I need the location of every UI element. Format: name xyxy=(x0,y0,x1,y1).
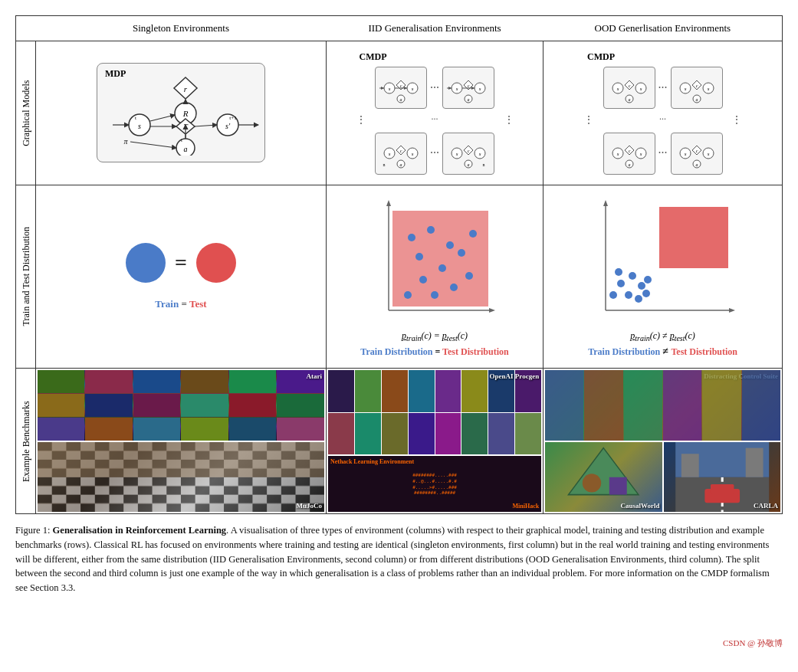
svg-text:c: c xyxy=(468,149,470,153)
svg-rect-143 xyxy=(711,484,734,493)
main-table: Singleton Environments IID Generalisatio… xyxy=(15,15,783,514)
train-circle xyxy=(126,243,166,283)
svg-point-104 xyxy=(446,241,454,249)
benchmark-causalworld: CausalWorld xyxy=(545,442,662,513)
svg-point-125 xyxy=(644,276,652,284)
svg-marker-134 xyxy=(569,447,639,494)
svg-text:R: R xyxy=(182,109,189,118)
caption-prefix: Figure 1: xyxy=(15,525,53,536)
svg-text:s: s xyxy=(684,86,686,92)
svg-text:s: s xyxy=(616,151,619,157)
svg-text:t+1: t+1 xyxy=(229,115,237,121)
svg-text:s: s xyxy=(138,122,141,130)
dots-sep-ood-1: ··· xyxy=(658,82,668,94)
test-circle xyxy=(196,243,236,283)
svg-point-108 xyxy=(419,276,427,284)
svg-marker-98 xyxy=(386,200,391,206)
row-label-distribution: Train and Test Distribution xyxy=(16,185,36,368)
singleton-dist-label: Train = Test xyxy=(155,298,206,310)
svg-text:c: c xyxy=(468,84,470,88)
svg-point-109 xyxy=(450,284,458,291)
hdots-mid: ··· xyxy=(432,114,438,127)
svg-point-122 xyxy=(638,282,645,290)
svg-point-107 xyxy=(458,249,465,257)
cmdp-ood-container: CMDP s c s xyxy=(583,51,742,175)
cell-ood-graphical: CMDP s c s xyxy=(543,41,783,185)
svg-text:r: r xyxy=(184,84,188,93)
svg-text:c: c xyxy=(400,149,402,153)
ood-dist-caption: Train Distribution ≠ Test Distribution xyxy=(588,346,737,358)
carla-label: CARLA xyxy=(754,502,778,510)
svg-rect-118 xyxy=(659,207,728,268)
cmdp-iid-label: CMDP xyxy=(360,51,387,63)
svg-text:c: c xyxy=(695,149,698,153)
train-text: Train xyxy=(155,298,179,310)
svg-line-16 xyxy=(150,115,175,121)
svg-marker-100 xyxy=(489,308,495,313)
svg-text:c: c xyxy=(628,84,630,88)
svg-text:n: n xyxy=(383,162,386,167)
svg-rect-140 xyxy=(681,454,698,477)
benchmark-procgen: OpenAI Procgen xyxy=(328,370,541,454)
minihack-label: MiniHack xyxy=(512,503,539,510)
cmdp-mini-box-2: s c s a xyxy=(442,67,494,109)
svg-text:n: n xyxy=(483,162,485,167)
causalworld-label: CausalWorld xyxy=(621,502,660,510)
svg-text:s: s xyxy=(616,86,619,92)
nethack-label: Nethack Learning Environment xyxy=(330,458,414,465)
svg-text:s: s xyxy=(456,151,458,157)
col-header-singleton: Singleton Environments xyxy=(36,16,327,41)
iid-formula: ptrain(c) = ptest(c) xyxy=(402,330,468,343)
svg-point-113 xyxy=(431,291,438,299)
iid-scatter-svg xyxy=(369,195,500,326)
atari-label: Atari xyxy=(306,372,322,380)
dots-sep-ood-2: ··· xyxy=(658,147,668,159)
svg-text:π: π xyxy=(123,137,128,146)
cmdp-iid-top-row: s c s a xyxy=(375,67,494,109)
cmdp-ood-mini-box-1: s c s a xyxy=(603,67,655,109)
cmdp-ood-label: CMDP xyxy=(587,51,615,63)
cmdp-mini-box-4: s c s a n xyxy=(442,133,494,175)
ood-hdots: ··· xyxy=(659,114,666,127)
iid-scatter-plot xyxy=(369,195,500,326)
svg-text:s: s xyxy=(389,86,391,92)
cmdp-ood-mini-box-2: s c s a xyxy=(671,67,723,109)
svg-point-112 xyxy=(465,272,473,280)
svg-text:a: a xyxy=(468,162,470,167)
dots-separator-2: ··· xyxy=(430,147,439,159)
iid-eq: = xyxy=(435,346,442,357)
svg-text:a: a xyxy=(628,162,630,167)
ood-benchmark-container: Distracting Control Suite xyxy=(545,370,780,512)
svg-point-105 xyxy=(415,253,423,261)
svg-point-121 xyxy=(625,291,632,299)
procgen-label: OpenAI Procgen xyxy=(490,372,540,380)
svg-point-126 xyxy=(615,268,622,276)
svg-text:c: c xyxy=(400,84,402,88)
ood-formula: ptrain(c) ≠ ptest(c) xyxy=(630,330,695,343)
benchmark-atari: Atari xyxy=(38,370,324,441)
dist-equals-sign: = xyxy=(175,251,187,275)
mdp-box: MDP r R s xyxy=(97,63,265,162)
svg-text:a: a xyxy=(400,97,402,102)
mdp-label: MDP xyxy=(105,68,126,80)
ood-neq: ≠ xyxy=(662,346,671,357)
row-label-benchmarks: Example Benchmarks xyxy=(16,369,36,514)
vdots-2: ⋮ xyxy=(504,114,514,127)
col-header-iid: IID Generalisation Environments xyxy=(326,16,543,41)
svg-text:a: a xyxy=(628,97,630,102)
benchmark-mujoco: MuJoCo xyxy=(38,442,324,513)
svg-text:s: s xyxy=(707,151,709,157)
svg-text:s: s xyxy=(479,151,481,157)
svg-text:s: s xyxy=(456,86,458,92)
svg-text:a: a xyxy=(695,97,698,102)
ood-vdots-1: ⋮ xyxy=(583,114,594,127)
svg-text:t: t xyxy=(135,115,136,121)
svg-text:a: a xyxy=(183,145,187,153)
vdots-1: ⋮ xyxy=(356,114,366,127)
svg-text:s: s xyxy=(412,86,414,92)
ood-scatter-svg xyxy=(586,195,740,326)
figure-caption: Figure 1: Generalisation in Reinforcemen… xyxy=(15,523,783,595)
mdp-graph-svg: r R s t s' t+1 xyxy=(109,71,262,156)
cmdp-iid-container: CMDP s c s xyxy=(356,51,514,175)
svg-text:s: s xyxy=(412,151,414,157)
